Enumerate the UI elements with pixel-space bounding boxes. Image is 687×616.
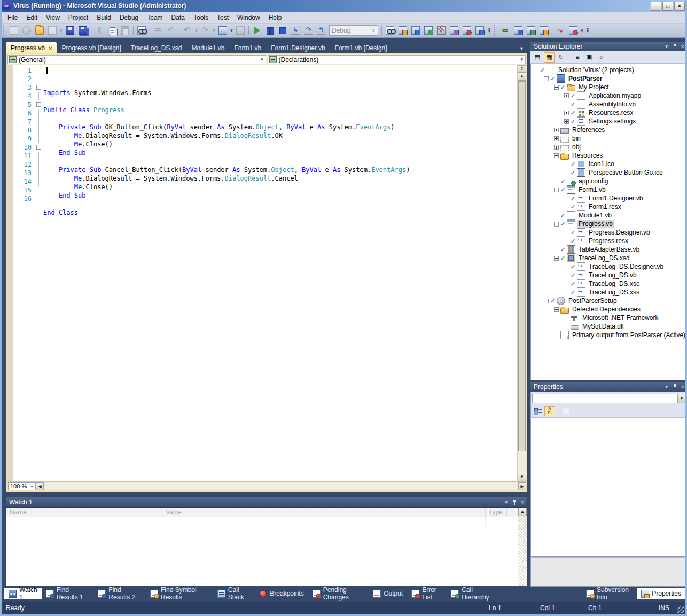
tree-item-module1-vb[interactable]: ✓Module1.vb [531,211,687,220]
toolbar-overflow-button[interactable]: ▾▾ [486,25,493,36]
watch-title-bar[interactable]: Watch 1 ▼ × [6,497,527,507]
save-button[interactable] [64,25,76,36]
expander-box[interactable] [554,136,559,141]
view-designer-button[interactable]: ▣ [584,52,595,63]
tree-item-assemblyinfo-vb[interactable]: ✓AssemblyInfo.vb [531,100,687,108]
resize-grip[interactable] [677,606,684,613]
fold-cell[interactable] [35,143,43,152]
dropdown-arrow-icon[interactable]: ▼ [194,25,199,36]
pin-icon[interactable] [673,44,677,49]
menu-view[interactable]: View [42,12,64,23]
properties-title-bar[interactable]: Properties ▼ × [530,382,687,392]
bottom-tab-watch-1[interactable]: Watch 1 [4,588,42,599]
start-page-button[interactable] [448,25,460,36]
tree-item-resources[interactable]: Resources [531,151,687,160]
step-into-button[interactable]: ↳ [290,25,301,36]
alphabetical-button[interactable]: AZ↓ [544,406,555,416]
bottom-tab-call-stack[interactable]: Call Stack [213,588,255,599]
watch-column-name[interactable]: Name [6,508,162,517]
tree-item-application-myapp[interactable]: ✓Application.myapp [531,91,687,100]
split-handle[interactable]: ⇕ [518,65,526,72]
bottom-tab-output[interactable]: Output [369,588,407,599]
doc-tab-progress-vb-design-[interactable]: Progress.vb [Design] [57,42,126,53]
menu-project[interactable]: Project [64,12,92,23]
color-picker-button[interactable] [567,25,579,36]
redo-button[interactable] [199,25,211,36]
object-browser-button[interactable] [423,25,434,36]
step-out-button[interactable]: ↰ [315,25,327,36]
open-file-button[interactable] [34,25,45,36]
expander-box[interactable] [564,119,569,124]
extension-manager-button[interactable] [461,25,473,36]
watch-column-type[interactable]: Type [486,508,507,517]
tree-item-mysql-data-dll[interactable]: MySql.Data.dll [531,322,687,331]
scroll-down-arrow[interactable]: ▼ [518,473,526,481]
maximize-button[interactable]: □ [662,2,673,11]
bottom-tab-subversion-info[interactable]: Subversion Info [582,588,637,599]
expander-icon[interactable] [553,221,559,227]
menu-debug[interactable]: Debug [115,12,143,23]
fold-cell[interactable] [35,100,43,109]
add-item-button[interactable] [46,25,58,36]
scroll-up-arrow[interactable]: ▲ [518,72,526,81]
tree-item-app-config[interactable]: ✓app.config [531,177,687,185]
bottom-tab-find-results-2[interactable]: Find Results 2 [93,588,146,599]
tree-item-progress-vb[interactable]: ✓Progress.vb [531,220,687,228]
tree-item-resources-resx[interactable]: ✓Resources.resx [531,108,687,117]
categorized-button[interactable] [533,406,543,416]
find-results-window-button[interactable] [525,25,537,36]
menu-data[interactable]: Data [167,12,189,23]
toolbar-grip[interactable] [3,25,6,36]
scroll-thumb[interactable] [518,81,526,451]
bottom-tab-pending-changes[interactable]: Pending Changes [308,588,369,599]
menu-edit[interactable]: Edit [22,12,42,23]
copy-button[interactable] [106,25,118,36]
expander-icon[interactable] [553,307,559,313]
properties-window-button[interactable] [410,25,421,36]
doc-tab-progress-vb[interactable]: Progress.vb× [6,42,57,53]
tree-item-form1-vb[interactable]: ✓Form1.vb [531,185,687,194]
tree-item-icon1-ico[interactable]: ✓Icon1.ico [531,160,687,168]
editor-vertical-scrollbar[interactable]: ⇕ ▲ ▼ [517,65,526,481]
close-icon[interactable]: × [521,499,524,505]
expander-box[interactable] [554,153,559,158]
fold-collapse-box[interactable] [36,85,41,90]
tree-item-detected-dependencies[interactable]: Detected Dependencies [531,305,687,314]
menu-help[interactable]: Help [264,12,286,23]
expander-box[interactable] [554,307,559,312]
expander-box[interactable] [554,128,559,132]
toolbox-window-button[interactable] [435,25,447,36]
watch-empty-row[interactable] [6,517,527,526]
tree-item-form1-resx[interactable]: ✓Form1.resx [531,202,687,211]
tree-item-tracelog-ds-xss[interactable]: ✓TraceLog_DS.xss [531,288,687,297]
view-class-diagram-button[interactable]: ⌕ [596,52,606,63]
highlight-button[interactable]: ∿ [555,25,566,36]
solution-configurations-combo[interactable]: Debug▼ [329,25,378,36]
window-position-icon[interactable]: ▼ [665,44,669,49]
menu-test[interactable]: Test [213,12,233,23]
editor-horizontal-scrollbar[interactable] [44,482,518,490]
tree-item-tracelog-ds-xsd[interactable]: ✓TraceLog_DS.xsd [531,254,687,262]
expander-icon[interactable] [553,84,559,90]
watch-column-value[interactable]: Value [162,508,486,517]
solution-explorer-title-bar[interactable]: Solution Explorer ▼ × [530,42,687,51]
tree-item-bin[interactable]: bin [531,134,687,143]
tree-item-form1-designer-vb[interactable]: ✓Form1.Designer.vb [531,194,687,202]
fold-margin[interactable] [35,65,43,481]
menu-build[interactable]: Build [92,12,115,23]
indicator-margin[interactable] [7,65,13,481]
paste-button[interactable] [119,25,131,36]
object-selector-dropdown[interactable]: ▼ [532,394,686,403]
expander-box[interactable] [554,222,559,227]
cut-button[interactable] [93,25,105,36]
solution-explorer-window-button[interactable] [397,25,409,36]
bookmarks-window-button[interactable] [538,25,550,36]
expander-icon[interactable] [543,298,549,304]
menu-file[interactable]: File [3,12,22,23]
immediate-window-button[interactable] [474,25,486,36]
dropdown-arrow-icon[interactable]: ▼ [229,25,234,36]
tree-item-primary-output-from-postparser-active-[interactable]: Primary output from PostParser (Active) [531,331,687,339]
output-window-button[interactable] [512,25,524,36]
expander-icon[interactable] [564,110,569,116]
property-pages-button[interactable] [560,406,571,416]
